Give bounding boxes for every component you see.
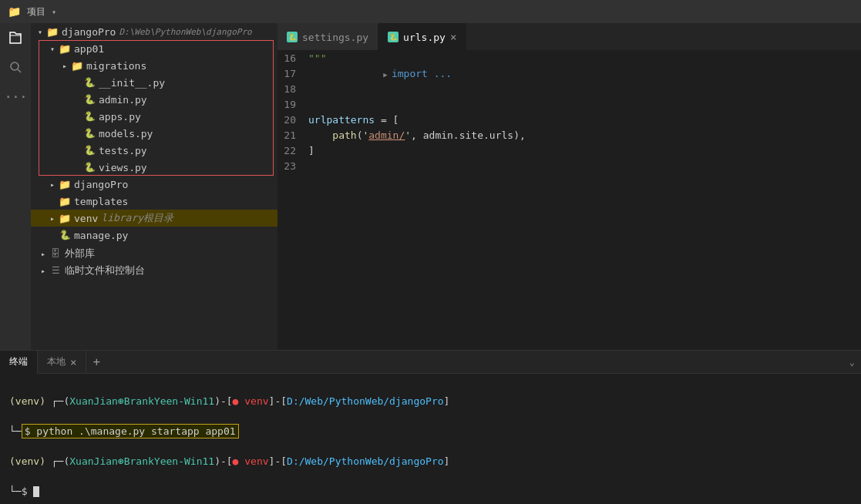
panel-tab-add[interactable]: + [86,354,106,369]
code-line-19: 19 [277,96,861,112]
svg-line-1 [18,69,21,72]
code-line-21: 21 path('admin/', admin.site.urls), [277,127,861,143]
code-line-17: 17 ▶import ... [277,66,861,81]
tree-arrow-migrations [59,59,71,72]
tree-item-models[interactable]: 🐍 models.py [31,125,277,142]
tree-label-models: models.py [99,128,153,139]
term-cursor [33,486,39,497]
tree-label-djangopro-sub: djangoPro [74,179,128,190]
tree-label-temp: 临时文件和控制台 [65,264,145,277]
tree-label-tests: tests.py [99,145,147,156]
tree-item-djangopro-root[interactable]: 📁 djangoPro D:\Web\PythonWeb\djangoPro [31,23,277,40]
tree-label-venv: venv [74,213,98,224]
project-icon: 📁 [8,5,21,18]
code-line-18: 18 [277,81,861,96]
tree-arrow-init [71,76,83,89]
tree-label-root: djangoPro [62,26,116,38]
tab-urls[interactable]: 🐍 urls.py × [378,23,466,50]
tree-label-init: __init__.py [99,77,165,89]
code-line-20: 20 urlpatterns = [ [277,112,861,127]
tree-item-djangopro-sub[interactable]: 📁 djangoPro [31,176,277,193]
tree-path-root: D:\Web\PythonWeb\djangoPro [119,27,251,37]
temp-icon: ☰ [49,264,62,277]
tab-icon-urls: 🐍 [388,32,399,42]
external-libs-item[interactable]: 🗄 外部库 [31,245,277,262]
term-line-1: (venv) ┌─(XuanJian⊛BrankYeen-Win11)-[● v… [9,378,852,408]
py-icon-init: 🐍 [83,76,96,89]
folder-icon-venv: 📁 [59,212,71,224]
folder-icon-app01: 📁 [59,42,71,55]
tab-label-settings: settings.py [302,32,368,43]
tree-group-app01: 📁 app01 📁 migrations 🐍 __init__.py [31,40,277,176]
code-editor[interactable]: 16 """ 17 ▶import ... 18 19 [277,50,861,350]
panel-tab-close-local[interactable]: × [70,356,76,368]
tree-label-app01: app01 [74,43,104,55]
folder-icon-templates: 📁 [59,195,71,207]
tab-close-urls[interactable]: × [450,32,456,42]
activity-bar: ··· [0,23,31,350]
tree-label-migrations: migrations [86,60,146,72]
extlibs-icon: 🗄 [49,247,62,260]
tree-item-app01[interactable]: 📁 app01 [31,40,277,57]
collapse-btn-17[interactable]: ▶ [381,70,390,79]
py-icon-tests: 🐍 [83,144,96,156]
tree-item-init[interactable]: 🐍 __init__.py [31,74,277,91]
panel-tab-arrow[interactable]: ⌄ [849,357,861,368]
term-line-3: (venv) ┌─(XuanJian⊛BrankYeen-Win11)-[● v… [9,438,852,469]
py-icon-models: 🐍 [83,127,96,139]
tree-item-migrations[interactable]: 📁 migrations [31,57,277,74]
tab-label-urls: urls.py [403,32,446,43]
tree-item-venv[interactable]: 📁 venv library根目录 [31,210,277,227]
folder-icon-migrations: 📁 [71,59,83,72]
bottom-panel: 终端 本地 × + ⌄ (venv) ┌─(XuanJian⊛BrankYeen… [0,350,861,504]
project-title: 项目 [27,5,45,18]
term-line-4: └─$ [9,469,852,499]
tree-label-apps: apps.py [99,111,141,123]
folder-icon-root: 📁 [46,25,59,38]
svg-point-0 [11,62,18,70]
py-icon-views: 🐍 [83,161,96,173]
tree-item-templates[interactable]: 📁 templates [31,193,277,210]
panel-tab-terminal[interactable]: 终端 [0,351,38,374]
tree-item-views[interactable]: 🐍 views.py [31,159,277,176]
tree-item-manage[interactable]: 🐍 manage.py [31,227,277,244]
tree-arrow-extlibs [37,247,49,260]
search-icon[interactable] [5,56,26,78]
terminal-content[interactable]: (venv) ┌─(XuanJian⊛BrankYeen-Win11)-[● v… [0,374,861,504]
tree-label-manage: manage.py [74,230,128,241]
title-bar: 📁 项目 ▾ [0,0,861,23]
tab-bar: 🐍 settings.py 🐍 urls.py × [277,23,861,50]
py-icon-apps: 🐍 [83,110,96,123]
tab-settings[interactable]: 🐍 settings.py [277,23,378,50]
panel-tab-label-local: 本地 [47,355,66,368]
panel-tab-label-terminal: 终端 [9,355,28,368]
code-line-22: 22 ] [277,143,861,158]
tree-arrow-temp [37,264,49,277]
tree-item-admin[interactable]: 🐍 admin.py [31,91,277,108]
editor-area: 🐍 settings.py 🐍 urls.py × 16 """ 17 [277,23,861,350]
panel-tab-bar: 终端 本地 × + ⌄ [0,351,861,374]
sidebar: 📁 djangoPro D:\Web\PythonWeb\djangoPro 📁… [31,23,277,350]
tree-arrow-venv [46,212,59,224]
tab-icon-settings: 🐍 [287,32,298,42]
tree-label-admin: admin.py [99,94,147,106]
tree-item-tests[interactable]: 🐍 tests.py [31,142,277,159]
term-line-2: └─$ python .\manage.py startapp app01 [9,408,852,438]
files-icon[interactable] [5,27,26,49]
tree-label-extlibs: 外部库 [65,247,95,260]
tree-arrow-app01 [46,42,59,55]
tree-label-views: views.py [99,162,147,173]
tree-arrow-root [34,25,46,38]
tree-label-venv-muted: library根目录 [101,211,173,225]
tree-arrow-djangopro-sub [46,178,59,190]
py-icon-admin: 🐍 [83,93,96,106]
temp-files-item[interactable]: ☰ 临时文件和控制台 [31,262,277,279]
code-line-23: 23 [277,158,861,173]
tree-item-apps[interactable]: 🐍 apps.py [31,108,277,125]
title-arrow[interactable]: ▾ [52,8,56,16]
more-icon[interactable]: ··· [5,86,26,107]
folder-icon-djangopro-sub: 📁 [59,178,71,190]
tree-label-templates: templates [74,196,128,207]
py-icon-manage: 🐍 [59,229,71,241]
panel-tab-local[interactable]: 本地 × [38,351,86,374]
